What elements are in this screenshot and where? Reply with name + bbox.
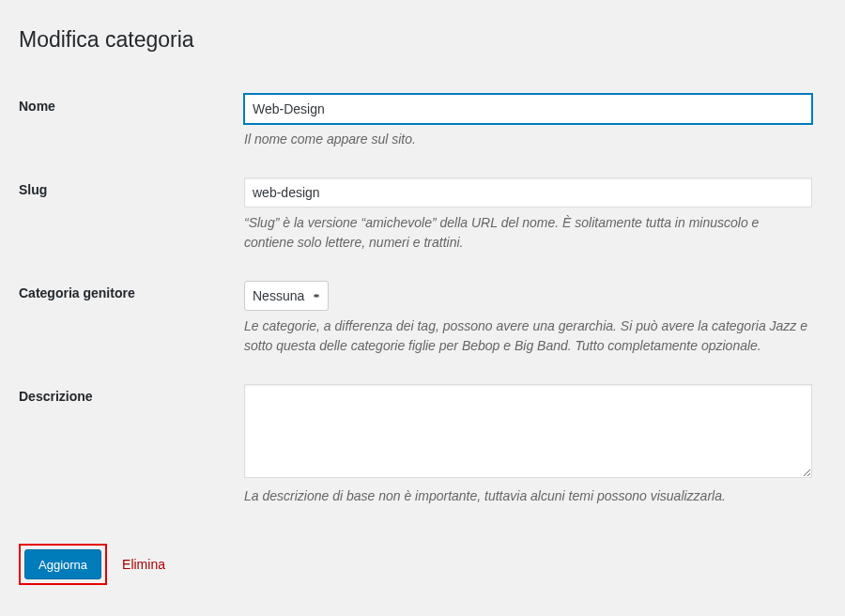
parent-category-description: Le categorie, a differenza dei tag, poss… <box>244 316 812 356</box>
slug-input[interactable] <box>244 177 812 208</box>
parent-category-label: Categoria genitore <box>19 285 135 300</box>
delete-link[interactable]: Elimina <box>122 557 165 572</box>
page-title: Modifica categoria <box>19 19 826 56</box>
description-textarea[interactable] <box>244 384 812 478</box>
description-help-text: La descrizione di base non è importante,… <box>244 486 812 506</box>
submit-row: Aggiorna Elimina <box>19 544 826 585</box>
update-button[interactable]: Aggiorna <box>24 549 101 579</box>
update-button-highlight: Aggiorna <box>19 544 107 585</box>
edit-category-form: Nome Il nome come appare sul sito. Slug … <box>19 85 826 525</box>
name-input[interactable] <box>244 94 812 124</box>
name-description: Il nome come appare sul sito. <box>244 130 812 149</box>
parent-category-select[interactable]: Nessuna <box>244 281 329 311</box>
slug-label: Slug <box>19 182 47 197</box>
name-label: Nome <box>19 99 55 114</box>
description-label: Descrizione <box>19 389 93 404</box>
slug-description: “Slug” è la versione “amichevole” della … <box>244 213 812 253</box>
